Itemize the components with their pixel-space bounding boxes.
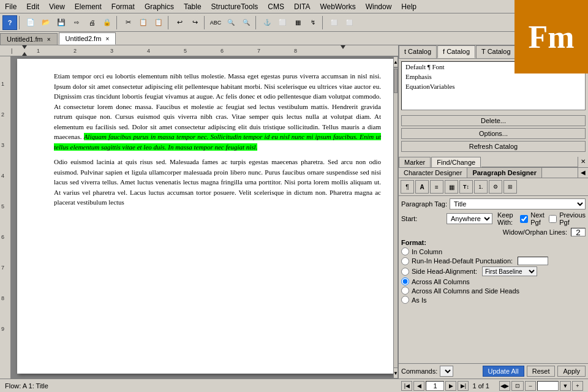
widow-input[interactable]: 2 xyxy=(571,228,586,236)
zoom-in-btn[interactable]: 🔍 xyxy=(239,15,254,30)
zoom-controls[interactable]: ◀▶ xyxy=(499,381,510,391)
tab-close-2[interactable]: × xyxy=(105,36,109,42)
panel-tab-find[interactable]: Find/Change xyxy=(431,157,481,167)
font-icon[interactable]: A xyxy=(415,180,429,194)
save-btn[interactable]: 💾 xyxy=(54,15,69,30)
menu-table[interactable]: Table xyxy=(179,1,206,12)
menu-webworks[interactable]: WebWorks xyxy=(315,1,360,12)
run-in-radio[interactable] xyxy=(401,257,409,265)
print-btn[interactable]: 🖨 xyxy=(85,15,99,30)
menu-edit[interactable]: Edit xyxy=(21,1,44,12)
para-icon[interactable]: ¶ xyxy=(401,180,414,194)
nav-prev-btn[interactable]: ◀ xyxy=(413,381,424,391)
catalog-item-equation[interactable]: EquationVariables xyxy=(402,81,585,91)
table-cell-icon[interactable]: ⊞ xyxy=(503,180,517,194)
menu-file[interactable]: File xyxy=(0,1,21,12)
delete-btn[interactable]: Delete... xyxy=(401,115,586,126)
prev-pgf-check[interactable] xyxy=(549,215,557,223)
scroll-up-btn[interactable]: ▲ xyxy=(393,56,398,67)
reset-btn[interactable]: Reset xyxy=(527,366,556,377)
zoom-input[interactable]: 80% xyxy=(537,381,559,391)
frame-btn[interactable]: ⬜ xyxy=(275,15,290,30)
pagination-icon[interactable]: T↕ xyxy=(459,180,473,194)
panel-collapse-btn[interactable]: ✕ xyxy=(578,157,588,167)
apply-btn[interactable]: Apply xyxy=(557,366,586,377)
paste-btn[interactable]: 📋 xyxy=(151,15,166,30)
open-btn[interactable]: 📂 xyxy=(39,15,53,30)
new-btn[interactable]: 📄 xyxy=(23,15,38,30)
update-all-btn[interactable]: Update All xyxy=(483,366,524,377)
refresh-catalog-btn[interactable]: Refresh Catalog xyxy=(401,141,586,152)
find-btn[interactable]: 🔍 xyxy=(224,15,238,30)
widow-row: Widow/Orphan Lines: 2 xyxy=(401,228,586,236)
import-btn[interactable]: ⇨ xyxy=(69,15,84,30)
anchor-btn[interactable]: ⚓ xyxy=(260,15,274,30)
cut-btn[interactable]: ✂ xyxy=(121,15,135,30)
menu-element[interactable]: Element xyxy=(70,1,107,12)
menu-graphics[interactable]: Graphics xyxy=(140,1,179,12)
document-content[interactable]: Etiam tempor orci eu lobortis elementum … xyxy=(17,59,393,225)
menu-view[interactable]: View xyxy=(44,1,70,12)
struct2-btn[interactable]: ⬜ xyxy=(342,15,356,30)
catalog-tab-T[interactable]: T Catalog xyxy=(476,45,516,58)
spell-btn[interactable]: ABC xyxy=(208,15,223,30)
redo-btn[interactable]: ↪ xyxy=(187,15,202,30)
zoom-dropdown-btn[interactable]: ▼ xyxy=(560,381,571,391)
next-pgf-check[interactable] xyxy=(520,215,528,223)
ctrl-tab-para[interactable]: Paragraph Designer xyxy=(467,168,542,178)
commands-select[interactable] xyxy=(440,366,453,377)
table-insert-btn[interactable]: ▦ xyxy=(290,15,305,30)
catalog-tab-t[interactable]: t Catalog xyxy=(399,45,437,58)
ctrl-tab-char[interactable]: Character Designer xyxy=(399,168,467,178)
lock-btn[interactable]: 🔒 xyxy=(100,15,115,30)
copy-btn[interactable]: 📋 xyxy=(136,15,151,30)
catalog-tab-f[interactable]: f Catalog xyxy=(437,45,475,58)
run-in-input[interactable] xyxy=(518,257,548,265)
ctrl-collapse-btn[interactable]: ◀ xyxy=(578,168,588,178)
toolbar-sep-3 xyxy=(168,16,170,29)
struct1-btn[interactable]: ⬜ xyxy=(326,15,341,30)
side-head-radio[interactable] xyxy=(401,268,409,276)
nav-next-btn[interactable]: ▶ xyxy=(445,381,456,391)
tab-close-1[interactable]: × xyxy=(47,36,51,43)
scroll-track[interactable] xyxy=(393,67,398,379)
menu-help[interactable]: Help xyxy=(396,1,421,12)
page-total-text: 1 of 1 xyxy=(472,382,489,390)
spacing-icon[interactable]: ▦ xyxy=(445,180,458,194)
tab-untitled1[interactable]: Untitled1.fm × xyxy=(0,33,58,45)
tab-untitled2[interactable]: Untitled2.fm × xyxy=(59,32,116,45)
document-scrollbar[interactable]: ▲ ▼ xyxy=(393,56,398,379)
advanced-icon[interactable]: ⚙ xyxy=(489,180,502,194)
catalog-buttons: Delete... Options... Refresh Catalog xyxy=(399,113,588,154)
panel-tab-marker[interactable]: Marker xyxy=(399,157,431,167)
flow-btn[interactable]: ↯ xyxy=(306,15,320,30)
app-logo: Fm xyxy=(514,0,588,74)
menu-dita[interactable]: DITA xyxy=(289,1,315,12)
across-all-radio[interactable] xyxy=(401,277,409,285)
in-column-radio[interactable] xyxy=(401,247,409,255)
numbering-icon[interactable]: 1. xyxy=(474,180,488,194)
help-btn[interactable]: ? xyxy=(2,15,17,30)
zoom-plus-btn[interactable]: + xyxy=(572,381,583,391)
fit-page-btn[interactable]: ⊡ xyxy=(511,381,524,391)
indents-icon[interactable]: ≡ xyxy=(430,180,443,194)
undo-btn[interactable]: ↩ xyxy=(172,15,187,30)
zoom-minus-btn[interactable]: – xyxy=(525,381,536,391)
start-select[interactable]: Anywhere xyxy=(447,213,492,224)
side-head-align-select[interactable]: First Baseline Top Center Bottom xyxy=(482,266,537,276)
nav-last-btn[interactable]: ▶| xyxy=(458,381,469,391)
menu-window[interactable]: Window xyxy=(361,1,397,12)
menu-structuretools[interactable]: StructureTools xyxy=(206,1,263,12)
scroll-thumb[interactable] xyxy=(394,69,398,93)
options-btn[interactable]: Options... xyxy=(401,128,586,139)
menu-cms[interactable]: CMS xyxy=(263,1,289,12)
menu-format[interactable]: Format xyxy=(107,1,140,12)
as-is-radio[interactable] xyxy=(401,296,409,304)
scroll-down-btn[interactable]: ▼ xyxy=(393,368,398,379)
page-number-input[interactable]: 1 xyxy=(426,381,444,391)
across-side-radio[interactable] xyxy=(401,287,409,295)
para-tag-select[interactable]: Title xyxy=(450,198,586,209)
nav-first-btn[interactable]: |◀ xyxy=(401,381,412,391)
format-section-label: Format: xyxy=(401,239,586,246)
side-head-label: Side Head-Alignment: xyxy=(412,268,477,275)
